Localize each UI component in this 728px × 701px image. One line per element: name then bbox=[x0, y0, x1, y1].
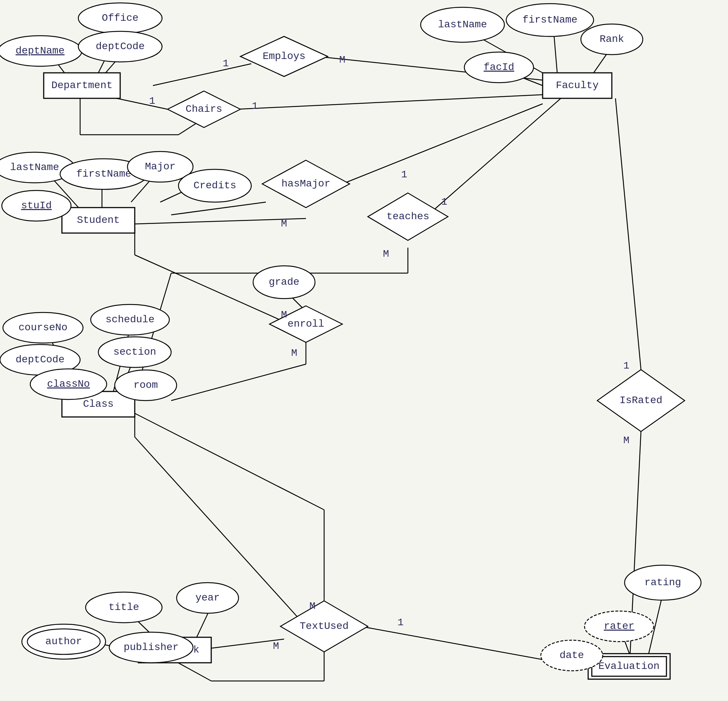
rel-israted-label: IsRated bbox=[620, 395, 663, 406]
entity-faculty-label: Faculty bbox=[556, 80, 599, 91]
cardinality-enroll-cls: M bbox=[291, 347, 298, 359]
attr-major-label: Major bbox=[145, 161, 176, 172]
entity-evaluation-label: Evaluation bbox=[598, 661, 660, 672]
attr-year-label: year bbox=[195, 592, 220, 603]
rel-teaches-label: teaches bbox=[386, 211, 429, 222]
cardinality-employs-m: M bbox=[339, 54, 345, 65]
svg-line-10 bbox=[237, 95, 543, 109]
attr-author-label: author bbox=[46, 636, 82, 647]
cardinality-textused-eval: 1 bbox=[398, 617, 404, 628]
attr-deptcode-label: deptCode bbox=[96, 41, 144, 52]
attr-facid-label: facId bbox=[484, 62, 514, 73]
attr-section-label: section bbox=[113, 346, 156, 358]
attr-grade-label: grade bbox=[269, 276, 299, 288]
cardinality-employs-1: 1 bbox=[223, 58, 229, 69]
svg-line-49 bbox=[615, 98, 641, 370]
entity-class-label: Class bbox=[83, 398, 114, 410]
cardinality-enroll-stu: M bbox=[281, 309, 287, 321]
attr-deptname-label: deptName bbox=[16, 45, 65, 56]
cardinality-textused-txt: M bbox=[273, 640, 279, 652]
svg-line-30 bbox=[171, 364, 306, 400]
attr-date-label: date bbox=[559, 650, 584, 661]
svg-line-20 bbox=[342, 104, 543, 184]
rel-employs-label: Employs bbox=[263, 51, 306, 62]
rel-textused-label: TextUsed bbox=[300, 620, 348, 632]
attr-room-label: room bbox=[133, 379, 158, 391]
entity-student-label: Student bbox=[77, 214, 120, 226]
cardinality-chairs-dept: 1 bbox=[149, 95, 156, 107]
attr-stuid-label: stuId bbox=[21, 200, 52, 211]
cardinality-chairs-fac: 1 bbox=[252, 101, 258, 112]
cardinality-teaches-m: M bbox=[383, 249, 389, 260]
attr-publisher-label: publisher bbox=[123, 642, 178, 653]
svg-line-46 bbox=[175, 661, 211, 681]
entity-department-label: Department bbox=[51, 80, 113, 91]
attr-schedule-label: schedule bbox=[105, 314, 155, 325]
attr-firstname-stu-label: firstName bbox=[76, 168, 131, 179]
attr-firstname-fac-label: firstName bbox=[522, 14, 577, 26]
cardinality-textused-cls: M bbox=[309, 600, 316, 612]
cardinality-teaches-1: 1 bbox=[441, 196, 448, 208]
attr-lastname-stu-label: lastName bbox=[10, 162, 59, 173]
attr-rank-label: Rank bbox=[599, 33, 624, 45]
svg-line-19 bbox=[171, 202, 266, 215]
cardinality-israted-m: M bbox=[624, 435, 630, 446]
svg-line-7 bbox=[153, 64, 251, 85]
cardinality-hasmajor-1: 1 bbox=[402, 169, 407, 180]
cardinality-israted-1: 1 bbox=[624, 360, 630, 371]
attr-deptcode-cls-label: deptCode bbox=[16, 354, 65, 365]
attr-courseno-label: courseNo bbox=[19, 322, 67, 333]
attr-office-label: Office bbox=[102, 12, 139, 24]
attr-lastname-fac-label: lastName bbox=[438, 19, 487, 30]
rel-chairs-label: Chairs bbox=[186, 103, 222, 115]
attr-rating-label: rating bbox=[644, 577, 681, 588]
rel-hasmajor-label: hasMajor bbox=[282, 178, 330, 189]
rel-enroll-label: enroll bbox=[288, 318, 325, 330]
svg-line-9 bbox=[117, 98, 168, 109]
attr-credits-label: Credits bbox=[194, 180, 236, 191]
attr-title-label: title bbox=[108, 601, 139, 613]
svg-line-48 bbox=[135, 413, 324, 510]
attr-rater-label: rater bbox=[604, 620, 634, 632]
svg-line-21 bbox=[135, 218, 306, 224]
cardinality-hasmajor-m: M bbox=[281, 218, 287, 230]
er-diagram: Department Faculty Student Class Textboo… bbox=[0, 0, 728, 701]
attr-classno-label: classNo bbox=[47, 378, 90, 390]
